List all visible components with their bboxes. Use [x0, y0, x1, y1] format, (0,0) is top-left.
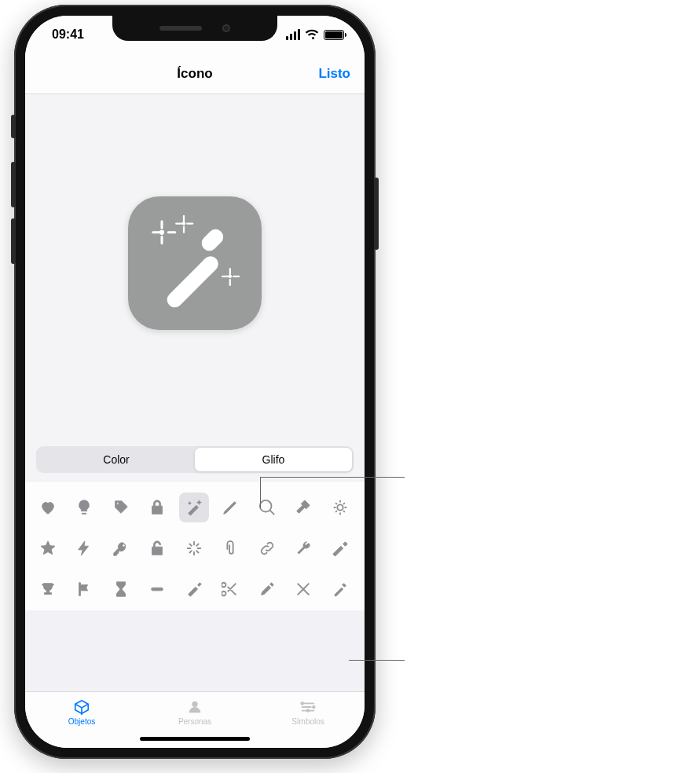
callout-line — [349, 660, 405, 661]
glyph-hammer[interactable] — [288, 493, 318, 522]
glyph-star[interactable] — [33, 533, 63, 563]
sparkle-icon — [185, 540, 203, 557]
glyph-flag[interactable] — [69, 574, 99, 604]
paperclip-icon — [222, 540, 239, 557]
glyph-sparkle[interactable] — [179, 533, 209, 563]
lightbulb-icon — [75, 499, 93, 516]
notch — [112, 16, 277, 41]
cellular-icon — [286, 29, 300, 40]
star-icon — [39, 540, 57, 557]
glyph-picker — [25, 481, 365, 610]
wifi-icon — [305, 29, 319, 40]
glyph-magnifying-glass[interactable] — [252, 493, 282, 522]
glyph-tools[interactable] — [288, 574, 318, 604]
paint-roller-icon — [185, 581, 203, 598]
person-icon — [185, 698, 204, 716]
tab-label: Personas — [178, 717, 211, 726]
eyedropper-icon — [258, 581, 276, 598]
hourglass-icon — [112, 581, 130, 598]
glyph-screwdriver[interactable] — [325, 574, 355, 604]
trophy-icon — [39, 581, 57, 598]
minus-icon — [148, 581, 166, 598]
cube-icon — [72, 698, 91, 716]
glyph-gear[interactable] — [325, 493, 355, 522]
key-icon — [112, 540, 130, 557]
glyph-minus[interactable] — [142, 574, 172, 604]
bolt-icon — [75, 540, 93, 557]
glyph-lock-open[interactable] — [142, 533, 172, 563]
glyph-tag[interactable] — [106, 493, 136, 522]
hammer-2-icon — [332, 540, 349, 557]
flag-icon — [75, 581, 93, 598]
pencil-icon — [222, 499, 239, 516]
volume-up-button — [11, 162, 16, 207]
phone-frame: 09:41 Ícono Listo Color Glifo — [14, 5, 376, 759]
power-button — [374, 178, 379, 250]
glyph-magic-wand[interactable] — [179, 493, 209, 522]
glyph-heart[interactable] — [33, 493, 63, 522]
screen: 09:41 Ícono Listo Color Glifo — [25, 16, 365, 748]
glyph-link[interactable] — [252, 533, 282, 563]
glyph-eyedropper[interactable] — [252, 574, 282, 604]
heart-icon — [39, 499, 57, 516]
segment-color[interactable]: Color — [38, 448, 195, 471]
callout-line — [260, 477, 261, 508]
battery-icon — [324, 30, 344, 40]
glyph-lock[interactable] — [142, 493, 172, 522]
glyph-paint-roller[interactable] — [179, 574, 209, 604]
sliders-icon — [299, 698, 317, 716]
tab-label: Objetos — [68, 717, 95, 726]
screwdriver-icon — [332, 581, 349, 598]
done-button[interactable]: Listo — [318, 66, 350, 82]
lock-open-icon — [148, 540, 166, 557]
page-title: Ícono — [177, 66, 212, 82]
home-indicator — [25, 729, 365, 748]
tab-label: Símbolos — [291, 717, 324, 726]
lock-icon — [148, 499, 166, 516]
glyph-hourglass[interactable] — [106, 574, 136, 604]
tag-icon — [112, 499, 130, 516]
glyph-paperclip[interactable] — [215, 533, 245, 563]
status-time: 09:41 — [52, 27, 84, 42]
glyph-lightbulb[interactable] — [69, 493, 99, 522]
tab-symbols[interactable]: Símbolos — [251, 698, 365, 726]
wrench-icon — [295, 540, 312, 557]
glyph-hammer-2[interactable] — [325, 533, 355, 563]
glyph-scissors[interactable] — [215, 574, 245, 604]
glyph-wrench[interactable] — [288, 533, 318, 563]
icon-preview — [128, 196, 262, 330]
tools-icon — [295, 581, 312, 598]
tab-people[interactable]: Personas — [138, 698, 251, 726]
scissors-icon — [222, 581, 239, 598]
glyph-pencil[interactable] — [215, 493, 245, 522]
link-icon — [258, 540, 276, 557]
glyph-key[interactable] — [106, 533, 136, 563]
mute-switch — [11, 115, 16, 138]
magic-wand-icon — [185, 499, 203, 516]
tab-objects[interactable]: Objetos — [25, 698, 138, 726]
icon-preview-area — [25, 94, 365, 432]
glyph-bolt[interactable] — [69, 533, 99, 563]
segmented-control-wrap: Color Glifo — [25, 432, 365, 481]
gear-icon — [332, 499, 349, 516]
callout-line — [260, 477, 405, 478]
hammer-icon — [295, 499, 312, 516]
volume-down-button — [11, 218, 16, 264]
nav-bar: Ícono Listo — [25, 53, 365, 94]
glyph-trophy[interactable] — [33, 574, 63, 604]
segment-glyph[interactable]: Glifo — [195, 448, 352, 471]
segmented-control: Color Glifo — [36, 446, 354, 473]
category-tabs: Objetos Personas Símbolos — [25, 691, 365, 729]
magic-wand-icon — [140, 208, 250, 318]
